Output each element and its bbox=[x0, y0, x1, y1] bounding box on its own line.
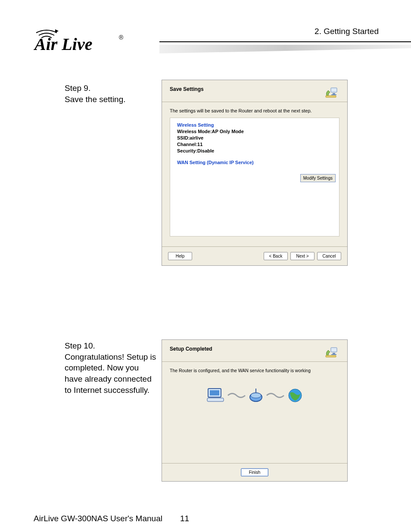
svg-rect-13 bbox=[207, 398, 224, 401]
wireless-mode: Wireless Mode:AP Only Mode bbox=[177, 128, 332, 135]
help-button[interactable]: Help bbox=[168, 252, 192, 260]
wizard-icon bbox=[325, 86, 339, 98]
save-settings-dialog: Save Settings The settings will be saved… bbox=[162, 80, 348, 266]
channel: Channel:11 bbox=[177, 141, 332, 148]
modify-settings-button[interactable]: Modify Settings bbox=[300, 174, 336, 182]
svg-point-16 bbox=[251, 393, 261, 398]
manual-title: AirLive GW-300NAS User's Manual bbox=[34, 514, 162, 523]
dialog-title: Setup Completed bbox=[170, 346, 212, 352]
step10-desc: Congratulations! Setup is completed. Now… bbox=[65, 352, 157, 396]
chapter-heading: 2. Getting Started bbox=[314, 27, 379, 36]
step10-title: Step 10. bbox=[65, 340, 157, 352]
ssid: SSID:airlive bbox=[177, 135, 332, 141]
dialog-title: Save Settings bbox=[170, 86, 204, 92]
security: Security:Disable bbox=[177, 148, 332, 154]
page-number: 11 bbox=[180, 514, 189, 523]
network-diagram bbox=[170, 388, 339, 403]
save-intro: The settings will be saved to the Router… bbox=[170, 108, 339, 113]
svg-rect-10 bbox=[326, 355, 336, 357]
svg-rect-4 bbox=[333, 93, 335, 94]
step9-desc: Save the setting. bbox=[65, 94, 151, 105]
svg-rect-7 bbox=[331, 348, 337, 352]
header-divider bbox=[159, 41, 411, 54]
cancel-button[interactable]: Cancel bbox=[317, 252, 341, 260]
setup-completed-dialog: Setup Completed The Router is configured… bbox=[162, 339, 348, 482]
settings-summary-box: Wireless Setting Wireless Mode:AP Only M… bbox=[170, 118, 339, 236]
svg-rect-8 bbox=[333, 353, 335, 354]
svg-rect-12 bbox=[210, 390, 219, 395]
next-button[interactable]: Next > bbox=[290, 252, 314, 260]
step9-title: Step 9. bbox=[65, 83, 151, 94]
airlive-logo: Air Live ® bbox=[34, 25, 126, 54]
svg-rect-9 bbox=[331, 354, 336, 355]
step10-text: Step 10. Congratulations! Setup is compl… bbox=[65, 340, 157, 395]
svg-text:Air Live: Air Live bbox=[34, 34, 92, 54]
svg-marker-0 bbox=[55, 29, 59, 33]
finish-button[interactable]: Finish bbox=[241, 468, 268, 476]
wan-setting-header: WAN Setting (Dynamic IP Service) bbox=[177, 160, 332, 165]
svg-text:®: ® bbox=[119, 34, 124, 41]
globe-icon bbox=[287, 388, 303, 403]
page-footer: AirLive GW-300NAS User's Manual 11 bbox=[34, 514, 379, 523]
svg-rect-6 bbox=[326, 96, 336, 97]
wireless-setting-header: Wireless Setting bbox=[177, 122, 332, 128]
step9-text: Step 9. Save the setting. bbox=[65, 83, 151, 105]
link-icon bbox=[266, 392, 285, 399]
svg-rect-5 bbox=[331, 94, 336, 95]
wizard-icon bbox=[325, 346, 339, 358]
svg-rect-3 bbox=[331, 88, 337, 92]
link-icon bbox=[227, 392, 246, 399]
computer-icon bbox=[206, 388, 224, 403]
back-button[interactable]: < Back bbox=[264, 252, 288, 260]
router-icon bbox=[249, 388, 263, 403]
setup-msg: The Router is configured, and the WAN se… bbox=[170, 368, 339, 373]
